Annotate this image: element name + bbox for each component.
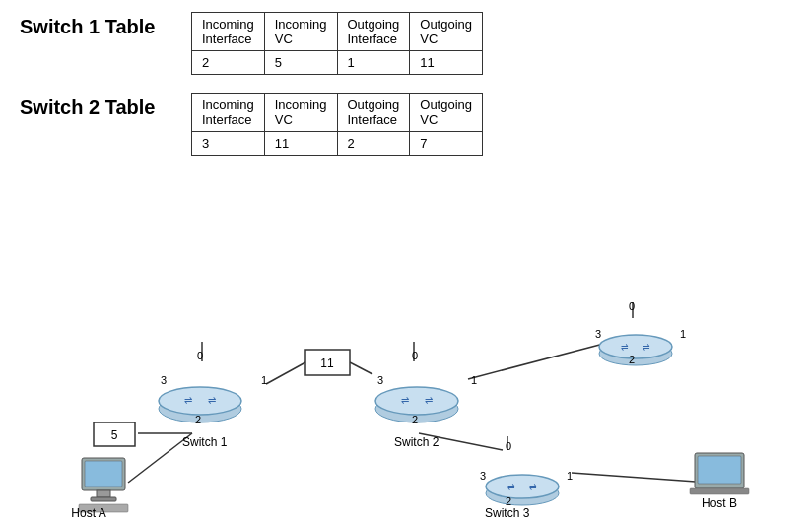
svg-text:⇌: ⇌ <box>401 395 409 406</box>
switch1-col-1: IncomingVC <box>264 13 337 51</box>
switch1-text-label: Switch 1 <box>182 435 228 449</box>
svg-text:⇌: ⇌ <box>425 395 433 406</box>
switch3-port0-label: 0 <box>506 440 511 452</box>
switch3-port1-label: 1 <box>567 470 573 482</box>
switch2-table-row: Switch 2 Table IncomingInterface Incomin… <box>20 93 792 156</box>
switch2-cell-0: 3 <box>192 132 265 156</box>
svg-point-16 <box>375 387 458 415</box>
vc11-label: 11 <box>320 357 334 370</box>
switch4-port0-label: 0 <box>629 300 635 312</box>
switch1-cell-0: 2 <box>192 51 265 75</box>
svg-text:⇌: ⇌ <box>643 342 650 352</box>
svg-text:⇌: ⇌ <box>208 395 216 406</box>
hostA-graphic <box>79 458 128 512</box>
svg-text:⇌: ⇌ <box>184 395 192 406</box>
switch2-cell-3: 7 <box>410 132 483 156</box>
svg-text:⇌: ⇌ <box>529 482 537 491</box>
svg-rect-34 <box>690 488 749 494</box>
switch2-col-1: IncomingVC <box>264 94 337 132</box>
hostB-graphic <box>690 453 749 494</box>
svg-line-1 <box>266 362 305 384</box>
svg-line-6 <box>468 342 611 379</box>
svg-point-20 <box>486 475 559 498</box>
switch4-graphic: ⇌ ⇌ <box>599 335 672 365</box>
switch3-text-label: Switch 3 <box>485 506 530 520</box>
svg-point-24 <box>599 335 672 358</box>
switch2-cell-2: 2 <box>337 132 410 156</box>
switch1-data-row: 2 5 1 11 <box>192 51 483 75</box>
svg-rect-28 <box>85 461 122 487</box>
tables-section: Switch 1 Table IncomingInterface Incomin… <box>0 0 812 167</box>
switch2-port0-label: 0 <box>412 350 418 361</box>
svg-line-2 <box>350 362 372 374</box>
switch2-text-label: Switch 2 <box>394 435 440 449</box>
switch2-col-3: OutgoingVC <box>410 94 483 132</box>
svg-rect-29 <box>97 490 110 497</box>
switch2-cell-1: 11 <box>264 132 337 156</box>
switch1-cell-2: 1 <box>337 51 410 75</box>
switch1-cell-1: 5 <box>264 51 337 75</box>
switch1-port2-label: 2 <box>195 414 201 425</box>
switch2-table: IncomingInterface IncomingVC OutgoingInt… <box>191 93 483 156</box>
switch4-port1-label: 1 <box>680 328 686 340</box>
switch3-port3-label: 3 <box>480 470 486 482</box>
hostA-label: Host A <box>71 506 105 520</box>
svg-text:⇌: ⇌ <box>508 482 515 491</box>
switch2-col-0: IncomingInterface <box>192 94 265 132</box>
switch4-port3-label: 3 <box>595 328 601 340</box>
svg-line-8 <box>572 473 710 483</box>
switch1-table-title: Switch 1 Table <box>20 12 168 38</box>
svg-text:⇌: ⇌ <box>621 342 629 352</box>
svg-rect-30 <box>91 497 116 501</box>
switch1-col-0: IncomingInterface <box>192 13 265 51</box>
switch2-port3-label: 3 <box>377 374 383 386</box>
switch2-table-title: Switch 2 Table <box>20 93 168 119</box>
svg-rect-33 <box>698 456 741 484</box>
switch1-port3-label: 3 <box>161 374 167 386</box>
hostB-label: Host B <box>702 496 737 510</box>
switch1-col-3: OutgoingVC <box>410 13 483 51</box>
switch2-port2-label: 2 <box>412 414 418 425</box>
switch1-cell-3: 11 <box>410 51 483 75</box>
switch1-table: IncomingInterface IncomingVC OutgoingInt… <box>191 12 483 75</box>
svg-point-12 <box>159 387 241 415</box>
switch1-port0-label: 0 <box>197 350 203 361</box>
switch2-data-row: 3 11 2 7 <box>192 132 483 156</box>
switch1-col-2: OutgoingInterface <box>337 13 410 51</box>
network-diagram: 11 5 ⇌ ⇌ 0 3 1 2 Switch 1 ⇌ ⇌ 0 3 <box>0 291 812 520</box>
switch3-graphic: ⇌ ⇌ <box>486 475 559 505</box>
switch4-port2-label: 2 <box>629 354 635 365</box>
switch1-table-row: Switch 1 Table IncomingInterface Incomin… <box>20 12 792 75</box>
vc5-label: 5 <box>111 428 118 442</box>
switch2-port1-label: 1 <box>471 374 477 386</box>
switch2-col-2: OutgoingInterface <box>337 94 410 132</box>
switch1-port1-label: 1 <box>261 374 267 386</box>
